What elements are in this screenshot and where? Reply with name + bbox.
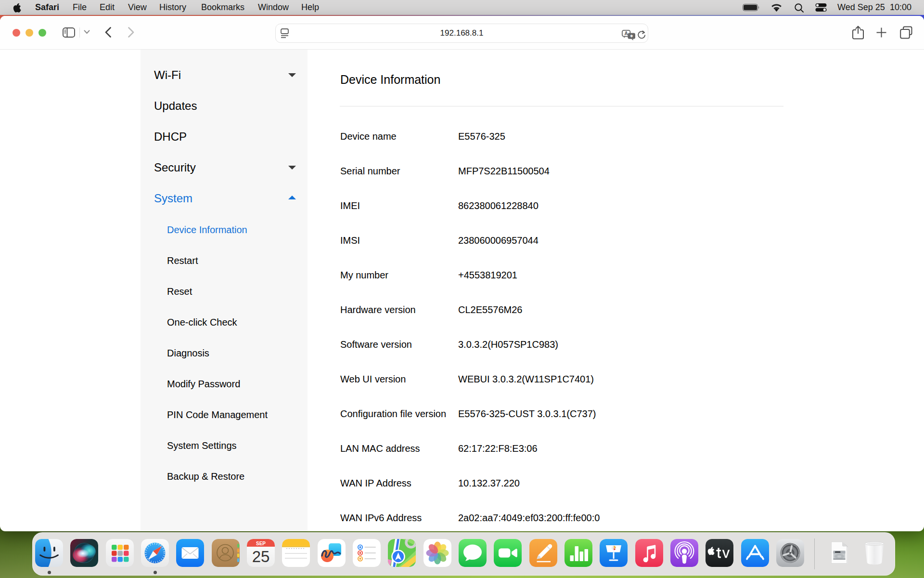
svg-text:A: A (624, 31, 628, 36)
svg-text:25: 25 (252, 548, 270, 565)
svg-text:✶: ✶ (629, 34, 633, 39)
svg-text:SEP: SEP (256, 541, 266, 546)
